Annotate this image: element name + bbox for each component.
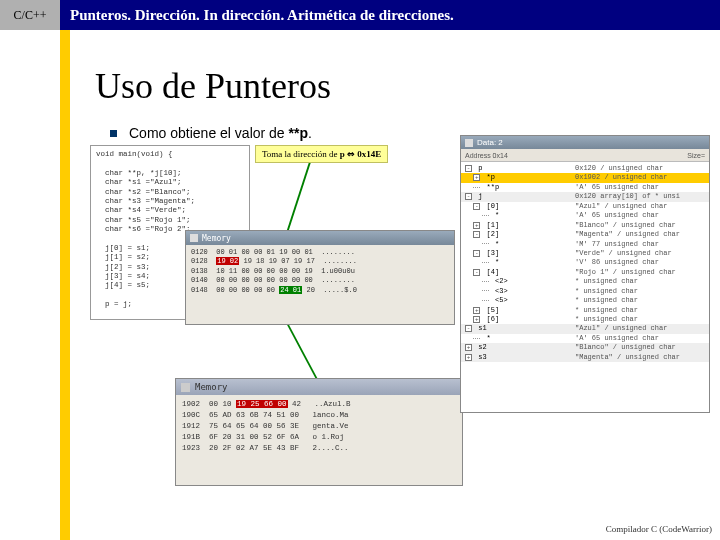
memory2-titlebar: Memory [176,379,462,395]
footer-note: Compilador C (CodeWarrior) [606,524,712,534]
memory-window-1: Memory 0120 00 01 00 00 01 19 00 01 ....… [185,230,455,325]
callout-arrow-icon: ⇔ [345,149,358,159]
bullet-icon [110,130,117,137]
memory-window-2: Memory 1902 00 10 19 25 66 00 42 ..Azul.… [175,378,463,486]
bullet-text: Como obtiene el valor de **p. [129,125,312,141]
bullet-prefix: Como obtiene el valor de [129,125,289,141]
memory1-titlebar: Memory [186,231,454,245]
data-title: Data: 2 [477,138,503,147]
bullet-suffix: . [308,125,312,141]
header-title: Punteros. Dirección. In dirección. Aritm… [60,0,720,30]
window-icon [465,139,473,147]
header-tag: C/C++ [0,0,60,30]
memory2-body: 1902 00 10 19 25 66 00 42 ..Azul.B 190C … [176,395,462,457]
data-titlebar: Data: 2 [461,136,709,149]
accent-bar [60,30,70,540]
memory1-body: 0120 00 01 00 00 01 19 00 01 ........ 01… [186,245,454,298]
callout-prefix: Toma la dirección de [262,149,340,159]
data-body: - p0x120 / unsigned char + *p0x1902 / un… [461,162,709,364]
memory1-title: Memory [202,234,231,243]
header: C/C++ Punteros. Dirección. In dirección.… [0,0,720,30]
callout-box: Toma la dirección de p ⇔ 0x14E [255,145,388,163]
bullet-expr: **p [289,125,308,141]
callout-addr: 0x14E [357,149,381,159]
data-subhead: Address 0x14 Size= [461,149,709,161]
window-icon [181,383,190,392]
bullet-line: Como obtiene el valor de **p. [110,125,312,141]
data-subhead-addr: Address 0x14 [465,152,508,159]
memory2-title: Memory [195,382,228,392]
data-panel: Data: 2 Address 0x14 Size= - p0x120 / un… [460,135,710,413]
data-subhead-size: Size= [687,152,705,159]
slide-title: Uso de Punteros [95,65,331,107]
window-icon [190,234,198,242]
